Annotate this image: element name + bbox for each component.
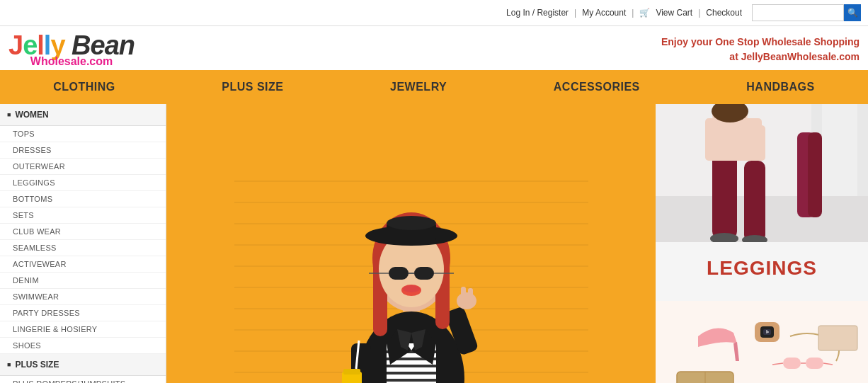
svg-rect-42 xyxy=(414,267,434,280)
nav-plus-size[interactable]: PLUS SIZE xyxy=(207,71,297,103)
sidebar-item-denim[interactable]: DENIM xyxy=(0,273,166,289)
right-panels: LEGGINGS xyxy=(656,104,868,383)
svg-rect-26 xyxy=(343,369,360,375)
svg-rect-73 xyxy=(806,358,823,369)
sidebar-item-outerwear[interactable]: OUTERWEAR xyxy=(0,159,166,175)
nav-handbags[interactable]: HANDBAGS xyxy=(732,71,828,103)
svg-rect-31 xyxy=(461,287,466,304)
logo[interactable]: Jelly Bean Wholesale.com xyxy=(8,32,135,67)
leggings-label: LEGGINGS xyxy=(707,257,817,280)
sidebar-item-sets[interactable]: SETS xyxy=(0,207,166,224)
tagline-line2: at JellyBeanWholesale.com xyxy=(661,50,860,64)
divider-1: | xyxy=(574,8,576,18)
nav-jewelry[interactable]: JEWELRY xyxy=(376,71,461,103)
sidebar-item-plus-rompers[interactable]: PLUS ROMPERS/JUMPSUITS xyxy=(0,376,166,383)
divider-2: | xyxy=(632,8,634,18)
header-top-bar: Log In / Register | My Account | 🛒 View … xyxy=(0,0,868,26)
checkout-link[interactable]: Checkout xyxy=(706,8,742,18)
nav-accessories[interactable]: ACCESSORIES xyxy=(539,71,654,103)
nav-bar: CLOTHING PLUS SIZE JEWELRY ACCESSORIES H… xyxy=(0,70,868,104)
sidebar: WOMEN TOPS DRESSES OUTERWEAR LEGGINGS BO… xyxy=(0,104,166,383)
divider-3: | xyxy=(698,8,700,18)
svg-rect-17 xyxy=(387,365,436,367)
nav-clothing[interactable]: CLOTHING xyxy=(39,71,130,103)
svg-rect-84 xyxy=(818,326,857,350)
svg-rect-2 xyxy=(234,202,588,203)
sidebar-item-lingerie[interactable]: LINGERIE & HOSIERY xyxy=(0,321,166,338)
svg-rect-57 xyxy=(744,161,765,242)
accessories-panel-svg xyxy=(656,301,868,384)
search-input[interactable] xyxy=(752,4,844,21)
sidebar-item-activewear[interactable]: ACTIVEWEAR xyxy=(0,256,166,273)
tagline: Enjoy your One Stop Wholesale Shopping a… xyxy=(661,35,860,64)
sidebar-item-seamless[interactable]: SEAMLESS xyxy=(0,240,166,256)
login-register-link[interactable]: Log In / Register xyxy=(506,8,569,18)
sidebar-item-swimwear[interactable]: SWIMWEAR xyxy=(0,289,166,305)
svg-point-29 xyxy=(457,292,476,309)
hero-and-panels: LEGGINGS xyxy=(166,104,868,383)
cart-icon: 🛒 xyxy=(639,8,650,18)
sidebar-item-club-wear[interactable]: CLUB WEAR xyxy=(0,224,166,240)
logo-sub: Wholesale.com xyxy=(8,56,135,67)
svg-rect-61 xyxy=(755,125,765,161)
panel-leggings[interactable]: LEGGINGS xyxy=(656,104,868,301)
sidebar-item-shoes[interactable]: SHOES xyxy=(0,338,166,354)
sidebar-item-leggings[interactable]: LEGGINGS xyxy=(0,175,166,191)
svg-point-40 xyxy=(387,216,436,230)
header-main: Jelly Bean Wholesale.com Enjoy your One … xyxy=(0,26,868,70)
svg-rect-18 xyxy=(387,372,436,375)
hero-image xyxy=(166,104,656,383)
svg-rect-30 xyxy=(468,288,473,304)
leggings-panel-svg xyxy=(656,104,868,242)
sidebar-item-party-dresses[interactable]: PARTY DRESSES xyxy=(0,305,166,321)
sidebar-section-plus-size: PLUS SIZE xyxy=(0,354,166,376)
sidebar-item-bottoms[interactable]: BOTTOMS xyxy=(0,191,166,207)
search-button[interactable]: 🔍 xyxy=(844,4,861,21)
tagline-line1: Enjoy your One Stop Wholesale Shopping xyxy=(661,35,860,50)
content-area: LEGGINGS xyxy=(166,104,868,383)
svg-rect-41 xyxy=(389,267,409,280)
panel-accessories[interactable]: ACCESSORIES xyxy=(656,301,868,384)
sidebar-item-tops[interactable]: TOPS xyxy=(0,126,166,142)
svg-rect-1 xyxy=(234,181,588,182)
hero-svg xyxy=(234,159,588,384)
svg-point-47 xyxy=(403,285,420,292)
view-cart-link[interactable]: View Cart xyxy=(656,8,692,18)
search-box: 🔍 xyxy=(752,4,861,21)
my-account-link[interactable]: My Account xyxy=(582,8,626,18)
sidebar-section-women: WOMEN xyxy=(0,104,166,126)
svg-rect-19 xyxy=(387,379,436,382)
svg-rect-65 xyxy=(808,132,822,217)
sidebar-item-dresses[interactable]: DRESSES xyxy=(0,142,166,159)
svg-rect-72 xyxy=(783,358,801,369)
main-content: WOMEN TOPS DRESSES OUTERWEAR LEGGINGS BO… xyxy=(0,104,868,383)
